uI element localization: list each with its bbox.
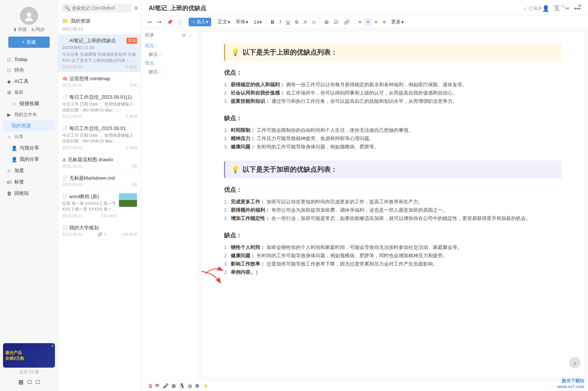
unordered-list-button[interactable]: ≡: [356, 18, 364, 26]
note-item[interactable]: 📄 每日工作总结_2023.09.01(1) 今日工作 日期 Date ： 使用…: [58, 91, 141, 122]
avatar[interactable]: [20, 7, 38, 25]
font-select[interactable]: 宋体 ▾: [233, 17, 251, 26]
sidebar-item-star[interactable]: ☆ 加星: [3, 165, 55, 176]
dropdown-icon: ▾: [246, 19, 248, 25]
list-item: 1. 牺牲个人时间： 加班会牺牲你的个人时间和家庭时间，可能会导致你无法按时参加…: [224, 243, 562, 252]
statusbar-circle-icon[interactable]: ◎: [188, 383, 192, 389]
cons-section-1: 缺点： 1. 时间限制： 工作可能会限制你的自由时间和个人生活，使你无法做自己想…: [224, 115, 562, 151]
sidebar-item-pending[interactable]: □ 待办: [3, 65, 55, 75]
note-title: 无标题Markdown.md: [69, 175, 137, 182]
bottom-nav: ⊞ □ □: [3, 376, 55, 388]
search-input[interactable]: [72, 6, 129, 11]
statusbar-icon-s: S: [149, 383, 152, 389]
note-item[interactable]: 🧠 运营思维.mindmap 2023.09.01 1KB: [58, 72, 141, 91]
highlight-button[interactable]: ◇: [310, 18, 318, 26]
list-item: 3. 提富技能和知识： 通过学习和执行工作任务，你可以提高自己的技能和知识水平，…: [224, 97, 562, 105]
close-ad-button[interactable]: ×: [51, 344, 53, 348]
outline-item[interactable]: 缺点：: [145, 50, 193, 59]
format-select[interactable]: 正文 ▾: [215, 17, 233, 26]
note-preview-text: 今日任务 完成周报 完成项目策划书 完成XXX 以下是关于上班的优缺点列表：优点…: [62, 52, 137, 63]
maximize-button[interactable]: □: [554, 0, 571, 11]
new-note-button[interactable]: + 新建: [8, 37, 50, 48]
close-button[interactable]: ✕: [571, 0, 588, 11]
link-button[interactable]: 🔗: [341, 18, 352, 26]
note-item[interactable]: 📄 每日工作总结_2023.09.01 今日工作 日期 Date ： 使用快捷键…: [58, 122, 141, 153]
bold-button[interactable]: B: [268, 18, 276, 26]
sidebar-item-ai[interactable]: ◈ AI工具: [3, 76, 55, 87]
menu-icon[interactable]: ≡: [134, 5, 138, 12]
search-input-wrap[interactable]: 🔍: [61, 4, 132, 12]
link-icon: ○: [11, 101, 17, 107]
sidebar-item-trash[interactable]: 🗑 回收站: [3, 188, 55, 199]
today-icon: □: [6, 57, 12, 62]
sidebar-item-my-share[interactable]: 👤 我的分享: [3, 154, 55, 165]
note-title: 我的大学规划: [69, 225, 137, 231]
outline-settings-icon[interactable]: ⚙: [182, 33, 186, 38]
sidebar-item-tags[interactable]: 🏷 标签: [3, 177, 55, 187]
cons-list-2: 1. 牺牲个人时间： 加班会牺牲你的个人时间和家庭时间，可能会导致你无法按时参加…: [224, 243, 562, 276]
editor-main[interactable]: 💡 以下是关于上班的优缺点列表： 优点： 1. 获得稳定的收入和福利： 拥有一份…: [201, 32, 584, 377]
pin-button[interactable]: 📌: [165, 18, 175, 26]
note-pin-badge: 置顶: [126, 38, 137, 44]
lightbulb-icon-2: 💡: [231, 165, 239, 174]
minimize-button[interactable]: ─: [537, 0, 554, 11]
upgrade-button[interactable]: ⬆ 升级: [13, 26, 27, 33]
sidebar-item-share-with-me[interactable]: 👤 与我分享: [3, 143, 55, 153]
redo-button[interactable]: ↪: [155, 18, 164, 26]
font-size-select[interactable]: 14 ▾: [251, 18, 264, 26]
list-item: 1. 获得稳定的收入和福利： 拥有一份工作可以让你每月获得稳定的薪水和各种福利，…: [224, 81, 562, 89]
note-meta: 2023.08.31 🔗 1 109.4KB: [62, 232, 137, 237]
outline-item[interactable]: 缺点：: [145, 67, 193, 76]
undo-button[interactable]: ↩: [146, 18, 154, 26]
pros-list-2: 1. 完成更多工作： 加班可以让你在更短的时间内完成更多的工作，提高工作效率和生…: [224, 198, 562, 223]
ordered-list-button[interactable]: ≡: [364, 18, 372, 26]
text-color-button[interactable]: A: [302, 18, 309, 26]
pros-title-1: 优点：: [224, 69, 562, 77]
insert-button[interactable]: ＋ 插入 ▾: [189, 18, 211, 26]
outline-collapse-icon[interactable]: ←: [189, 33, 193, 38]
statusbar-lightning-icon[interactable]: ⚡: [203, 383, 209, 389]
note-item[interactable]: 📄 无标题Markdown.md 2023.09.01 0B: [58, 172, 141, 190]
text-cursor: [257, 270, 257, 275]
sidebar-item-today[interactable]: □ Today: [3, 55, 55, 64]
note-item[interactable]: 📄 我的大学规划 2023.08.31 🔗 1 109.4KB: [58, 221, 141, 240]
grid-view-button[interactable]: ⊞: [18, 379, 23, 386]
toolbar-divider: [213, 18, 213, 26]
underline-button[interactable]: U: [284, 18, 292, 26]
statusbar-chat-icon[interactable]: 🐧: [179, 383, 185, 389]
window-chrome: ─ □ ✕: [537, 0, 588, 11]
outdent-button[interactable]: ≡: [381, 18, 388, 26]
sidebar-item-recent[interactable]: ⊞ 最新: [3, 87, 55, 98]
note-meta: 2023.09.01 9.8KB: [62, 114, 137, 119]
note-item[interactable]: 📄 word教程 (新) 目录 第一章 XXXXX 2 第一节 XXX 2 第一…: [58, 190, 141, 221]
sidebar-item-link-collect[interactable]: ○ 链接收藏: [3, 98, 55, 109]
list-view-button[interactable]: □: [28, 379, 32, 386]
note-list: 📄 AI笔记_上班的优缺点 置顶 2023/09/01 11:53 今日任务 完…: [58, 34, 141, 391]
indent-button[interactable]: ≡: [372, 18, 380, 26]
note-item[interactable]: 📄 AI笔记_上班的优缺点 置顶 2023/09/01 11:53 今日任务 完…: [58, 34, 141, 72]
outline-item[interactable]: 优点：: [145, 41, 193, 50]
tile-view-button[interactable]: □: [36, 379, 40, 386]
sidebar-item-my-folder[interactable]: ▶ 我的文件夹: [3, 110, 55, 120]
more-button[interactable]: 更多 ▾: [389, 17, 406, 26]
sidebar-item-my-resource[interactable]: 我的资源: [3, 121, 55, 131]
statusbar-mic-icon[interactable]: 🎤: [163, 383, 169, 389]
eraser-button[interactable]: ◌: [176, 18, 184, 26]
italic-button[interactable]: I: [277, 18, 283, 26]
statusbar-settings-icon[interactable]: ⚙: [195, 383, 200, 389]
note-type-icon: ⚠: [62, 157, 66, 162]
sync-button[interactable]: ↻ 同步: [31, 26, 45, 33]
recent-icon: ⊞: [6, 90, 12, 95]
image-button[interactable]: ⊞: [322, 18, 331, 26]
scroll-to-bottom-button[interactable]: ↓: [569, 357, 580, 368]
statusbar-grid-icon[interactable]: ⊞: [172, 383, 176, 389]
sidebar-item-share[interactable]: ○ 分享: [3, 132, 55, 142]
outline-item[interactable]: 优点：: [145, 59, 193, 67]
strikethrough-button[interactable]: S: [293, 18, 301, 26]
list-item: 2. 举例内容。: [224, 268, 562, 276]
checkbox-button[interactable]: ☑: [332, 18, 341, 26]
note-item[interactable]: ⚠ 无标题流程图.drawio 2023.09.01 0B: [58, 153, 141, 172]
cons-section-2: 缺点： 1. 牺牲个人时间： 加班会牺牲你的个人时间和家庭时间，可能会导致你无法…: [224, 232, 562, 276]
ai-icon: ◈: [6, 79, 12, 84]
folder-header: 📁 我的资源: [58, 15, 141, 27]
